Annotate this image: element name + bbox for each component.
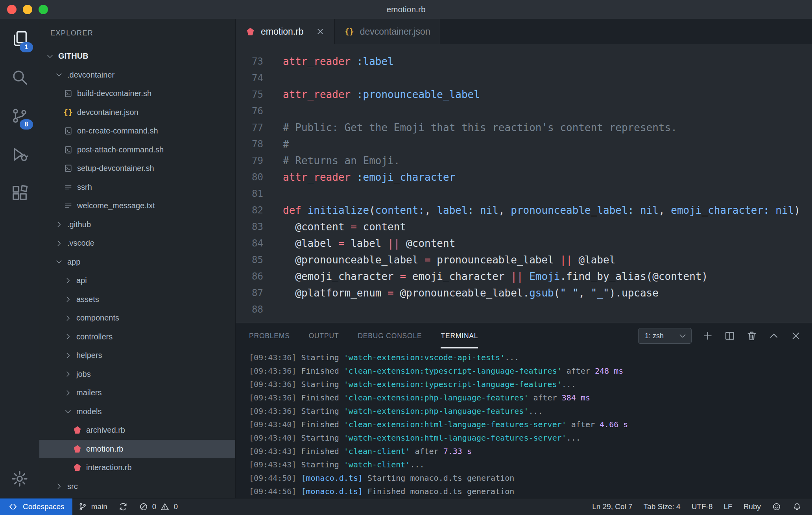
zoom-window-button[interactable] xyxy=(39,5,48,14)
kill-terminal-button[interactable] xyxy=(746,330,758,342)
close-window-button[interactable] xyxy=(7,5,17,14)
code-text[interactable] xyxy=(263,301,283,318)
tree-item-on-create-command-sh[interactable]: on-create-command.sh xyxy=(39,122,235,141)
split-terminal-button[interactable] xyxy=(724,330,736,342)
tree-item-controllers[interactable]: controllers xyxy=(39,328,235,346)
code-text[interactable]: attr_reader :emoji_character xyxy=(263,169,455,185)
code-text[interactable] xyxy=(263,103,283,119)
minimize-window-button[interactable] xyxy=(23,5,32,14)
tree-item-components[interactable]: components xyxy=(39,309,235,328)
tree-item-devcontainer-json[interactable]: {}devcontainer.json xyxy=(39,103,235,122)
encoding-button[interactable]: UTF-8 xyxy=(686,498,718,515)
line-number[interactable]: 80 xyxy=(236,169,263,185)
maximize-panel-button[interactable] xyxy=(768,330,780,342)
tree-item-mailers[interactable]: mailers xyxy=(39,383,235,402)
chevron-down-icon[interactable] xyxy=(54,70,64,80)
chevron-down-icon[interactable] xyxy=(54,257,64,267)
sync-changes-button[interactable] xyxy=(113,498,133,515)
tree-item-emotion-rb[interactable]: emotion.rb xyxy=(39,440,235,459)
activity-settings-button[interactable] xyxy=(0,459,39,498)
line-number[interactable]: 76 xyxy=(236,103,263,119)
tree-item-github[interactable]: GITHUB xyxy=(39,47,235,66)
tree-item-src[interactable]: src xyxy=(39,477,235,496)
tree-item-setup-devcontainer-sh[interactable]: setup-devcontainer.sh xyxy=(39,159,235,178)
tree-item-github[interactable]: .github xyxy=(39,215,235,234)
notifications-button[interactable] xyxy=(787,498,807,515)
line-number[interactable]: 88 xyxy=(236,301,263,318)
line-number[interactable]: 74 xyxy=(236,70,263,86)
line-number[interactable]: 79 xyxy=(236,152,263,169)
tree-item-vscode[interactable]: .vscode xyxy=(39,234,235,253)
code-text[interactable]: def initialize(content:, label: nil, pro… xyxy=(263,202,800,219)
code-text[interactable] xyxy=(263,185,283,202)
activity-run-and-debug-button[interactable] xyxy=(0,135,39,174)
tree-item-helpers[interactable]: helpers xyxy=(39,346,235,365)
eol-button[interactable]: LF xyxy=(718,498,738,515)
code-text[interactable]: @emoji_character = emoji_character || Em… xyxy=(263,268,708,285)
terminal-output[interactable]: [09:43:36] Starting 'watch-extension:vsc… xyxy=(236,348,812,498)
chevron-right-icon[interactable] xyxy=(63,369,73,379)
tree-item-archived-rb[interactable]: archived.rb xyxy=(39,421,235,440)
line-number[interactable]: 78 xyxy=(236,136,263,152)
line-number[interactable]: 83 xyxy=(236,219,263,235)
chevron-right-icon[interactable] xyxy=(54,238,64,248)
close-panel-button[interactable] xyxy=(790,330,802,342)
line-number[interactable]: 77 xyxy=(236,119,263,136)
cursor-position-button[interactable]: Ln 29, Col 7 xyxy=(587,498,638,515)
feedback-button[interactable] xyxy=(766,498,787,515)
line-number[interactable]: 82 xyxy=(236,202,263,219)
chevron-right-icon[interactable] xyxy=(63,276,73,286)
panel-tab-terminal[interactable]: TERMINAL xyxy=(441,323,478,348)
chevron-right-icon[interactable] xyxy=(63,350,73,361)
line-number[interactable]: 84 xyxy=(236,235,263,252)
panel-tab-debug-console[interactable]: DEBUG CONSOLE xyxy=(358,323,422,348)
chevron-down-icon[interactable] xyxy=(63,406,73,417)
code-text[interactable]: # Returns an Emoji. xyxy=(263,152,400,169)
chevron-right-icon[interactable] xyxy=(54,219,64,230)
tree-item-build-devcontainer-sh[interactable]: build-devcontainer.sh xyxy=(39,84,235,103)
panel-tab-problems[interactable]: PROBLEMS xyxy=(249,323,290,348)
indentation-button[interactable]: Tab Size: 4 xyxy=(638,498,686,515)
code-text[interactable]: attr_reader :label xyxy=(263,53,394,70)
code-text[interactable]: @content = content xyxy=(263,219,406,235)
line-number[interactable]: 86 xyxy=(236,268,263,285)
tree-item-devcontainer[interactable]: .devcontainer xyxy=(39,66,235,85)
line-number[interactable]: 73 xyxy=(236,53,263,70)
tree-item-jobs[interactable]: jobs xyxy=(39,365,235,384)
panel-tab-output[interactable]: OUTPUT xyxy=(309,323,339,348)
tree-item-models[interactable]: models xyxy=(39,402,235,421)
new-terminal-button[interactable] xyxy=(702,330,714,342)
code-text[interactable]: @platform_enum = @pronounceable_label.gs… xyxy=(263,285,659,301)
code-text[interactable]: # xyxy=(263,136,289,152)
code-text[interactable]: @pronounceable_label = pronounceable_lab… xyxy=(263,252,615,268)
tree-item-app[interactable]: app xyxy=(39,253,235,272)
editor-tab-devcontainer-json[interactable]: {}devcontainer.json xyxy=(335,19,440,44)
code-text[interactable]: attr_reader :pronounceable_label xyxy=(263,86,480,103)
codespaces-remote-button[interactable]: Codespaces xyxy=(0,498,72,515)
line-number[interactable]: 81 xyxy=(236,185,263,202)
tree-item-post-attach-command-sh[interactable]: post-attach-command.sh xyxy=(39,141,235,159)
line-number[interactable]: 75 xyxy=(236,86,263,103)
activity-extensions-button[interactable] xyxy=(0,174,39,212)
chevron-right-icon[interactable] xyxy=(54,481,64,491)
code-text[interactable]: @label = label || @content xyxy=(263,235,455,252)
tree-item-assets[interactable]: assets xyxy=(39,290,235,309)
code-text[interactable]: # Public: Get the Emoji that this reacti… xyxy=(263,119,677,136)
problems-button[interactable]: 0 0 xyxy=(133,498,183,515)
chevron-down-icon[interactable] xyxy=(45,51,55,61)
chevron-right-icon[interactable] xyxy=(63,332,73,342)
tree-item-welcome-message-txt[interactable]: welcome_message.txt xyxy=(39,196,235,215)
tree-item-ssrh[interactable]: ssrh xyxy=(39,178,235,197)
git-branch-button[interactable]: main xyxy=(72,498,113,515)
editor-tab-emotion-rb[interactable]: emotion.rb xyxy=(236,19,335,44)
chevron-right-icon[interactable] xyxy=(63,294,73,304)
code-editor[interactable]: 73attr_reader :label7475attr_reader :pro… xyxy=(236,44,812,323)
close-tab-button[interactable] xyxy=(316,27,325,36)
code-text[interactable] xyxy=(263,70,283,86)
line-number[interactable]: 85 xyxy=(236,252,263,268)
activity-search-button[interactable] xyxy=(0,58,39,96)
activity-source-control-button[interactable]: 8 xyxy=(0,96,39,135)
chevron-right-icon[interactable] xyxy=(63,388,73,398)
terminal-shell-selector[interactable]: 1: zsh xyxy=(638,328,692,344)
tree-item-api[interactable]: api xyxy=(39,271,235,290)
